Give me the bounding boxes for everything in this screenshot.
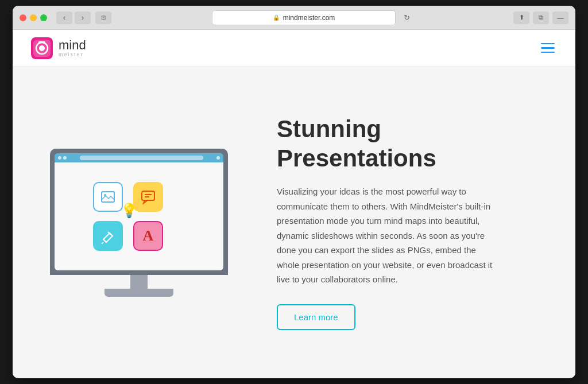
hamburger-menu[interactable] [539,41,557,56]
monitor-screen: A 💡 [55,153,223,270]
svg-line-12 [102,242,103,244]
back-button[interactable]: ‹ [56,11,72,24]
hamburger-line-2 [541,47,555,49]
refresh-button[interactable]: ↻ [400,11,413,24]
monitor-section: A 💡 [36,149,242,297]
logo-name: mind [59,39,86,52]
screen-dot-2 [63,156,67,160]
browser-window: ‹ › ⊡ 🔒 mindmeister.com ↻ ⬆ ⧉ — [13,6,575,378]
app-icon-text: A [133,221,163,251]
minimize-button[interactable] [30,14,37,21]
logo-text: mind meister [59,39,86,57]
text-section: Stunning Presentations Visualizing your … [277,115,552,329]
monitor-illustration: A 💡 [50,149,228,297]
site-header: mind meister [13,30,575,67]
screen-search-bar [80,156,203,160]
app-icons-grid: A 💡 [87,176,191,257]
more-button[interactable]: — [552,11,568,24]
share-button[interactable]: ⬆ [513,11,529,24]
monitor-body: A 💡 [50,149,228,275]
url-text: mindmeister.com [283,14,335,22]
screen-dot-1 [58,156,61,160]
app-icon-image [93,182,123,212]
screen-content: A 💡 [55,162,223,270]
address-bar[interactable]: 🔒 mindmeister.com [212,10,396,25]
nav-buttons: ‹ › [56,11,91,24]
close-button[interactable] [20,14,26,21]
website: mind meister [13,30,575,378]
window-mode-button[interactable]: ⊡ [95,11,111,24]
hamburger-line-3 [541,52,555,53]
address-bar-container: 🔒 mindmeister.com ↻ [116,10,509,25]
svg-rect-7 [142,191,154,200]
lock-icon: 🔒 [273,14,280,21]
screen-dot-3 [216,156,220,160]
monitor-bezel: A 💡 [55,153,223,270]
lightbulb-icon: 💡 [121,203,138,219]
browser-titlebar: ‹ › ⊡ 🔒 mindmeister.com ↻ ⬆ ⧉ — [13,6,575,30]
monitor-neck [130,275,148,289]
browser-actions: ⬆ ⧉ — [513,11,568,24]
site-main: A 💡 [13,67,575,378]
logo-icon [31,37,53,59]
section-description: Visualizing your ideas is the most power… [277,184,495,287]
logo-sub: meister [59,52,86,57]
svg-marker-8 [144,200,148,203]
logo: mind meister [31,37,86,59]
hamburger-line-1 [541,43,555,45]
learn-more-button[interactable]: Learn more [277,304,355,330]
traffic-lights [20,14,47,21]
svg-point-3 [39,45,45,51]
new-tab-button[interactable]: ⧉ [533,11,549,24]
app-icon-edit [93,221,123,251]
svg-rect-5 [102,192,114,202]
svg-rect-4 [38,41,45,43]
forward-button[interactable]: › [75,11,91,24]
maximize-button[interactable] [40,14,47,21]
monitor-base [105,289,173,297]
section-title: Stunning Presentations [277,115,541,173]
screen-titlebar [55,153,223,162]
